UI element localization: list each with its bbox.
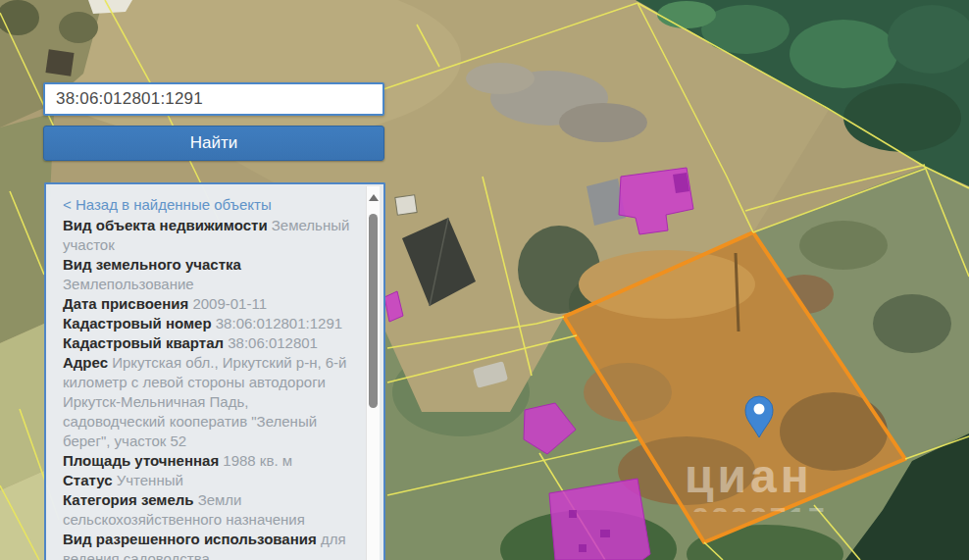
tree-clump	[843, 83, 961, 152]
field-value: 1988 кв. м	[223, 452, 292, 469]
tree-clump	[657, 1, 716, 28]
field-label: Вид разрешенного использования	[63, 531, 321, 547]
scroll-up-icon[interactable]	[369, 194, 379, 201]
field-value: 38:06:012801:1291	[216, 315, 342, 331]
find-button[interactable]: Найти	[43, 126, 384, 161]
field-row: Вид объекта недвижимости Земельный участ…	[63, 216, 354, 255]
search-input-value: 38:06:012801:1291	[45, 89, 203, 109]
building-bottom[interactable]	[549, 479, 650, 560]
svg-text:циан: циан	[685, 450, 813, 502]
field-label: Вид объекта недвижимости	[63, 217, 272, 233]
field-row: Кадастровый номер 38:06:012801:1291	[63, 314, 354, 333]
field-value: Учтенный	[117, 472, 183, 488]
field-label: Площадь уточненная	[63, 452, 223, 469]
panel-content: < Назад в найденные объекты Вид объекта …	[46, 184, 383, 560]
field-row: Категория земель Земли сельскохозяйствен…	[63, 490, 354, 530]
scrub-patch	[799, 221, 888, 270]
field-value: 2009-01-11	[192, 295, 267, 312]
field-row: Статус Учтенный	[63, 471, 354, 490]
field-label: Кадастровый номер	[63, 315, 216, 331]
tree-clump	[790, 20, 897, 88]
rubble-patch	[466, 63, 535, 94]
field-value: 38:06:012801	[228, 334, 318, 351]
field-label: Адрес	[63, 354, 112, 371]
field-row: Площадь уточненная 1988 кв. м	[63, 451, 354, 471]
scrub-patch	[873, 294, 951, 353]
field-row: Вид земельного участка Землепользование	[63, 255, 354, 294]
search-input[interactable]: 38:06:012801:1291	[43, 82, 384, 116]
field-value: Землепользование	[63, 276, 194, 292]
panel-scrollbar[interactable]	[366, 186, 380, 560]
field-row: Кадастровый квартал 38:06:012801	[63, 333, 354, 353]
field-label: Кадастровый квартал	[63, 334, 228, 351]
field-left-pale	[0, 324, 44, 490]
tree-clump	[59, 12, 98, 43]
field-row: Вид разрешенного использования для веден…	[63, 530, 354, 560]
white-shed	[395, 195, 417, 216]
rubble-patch	[559, 103, 647, 142]
field-label: Вид земельного участка	[63, 256, 241, 273]
field-row: Дата присвоения 2009-01-11	[63, 294, 354, 314]
scrollbar-thumb[interactable]	[369, 214, 378, 408]
back-to-results-link[interactable]: < Назад в найденные объекты	[63, 195, 354, 215]
field-label: Статус	[63, 472, 117, 488]
field-label: Дата присвоения	[63, 295, 192, 312]
parcel-info-panel: < Назад в найденные объекты Вид объекта …	[44, 182, 385, 560]
field-label: Категория земель	[63, 491, 198, 508]
field-row: Адрес Иркутская обл., Иркутский р-н, 6-й…	[63, 353, 354, 451]
dark-shed	[45, 49, 74, 76]
